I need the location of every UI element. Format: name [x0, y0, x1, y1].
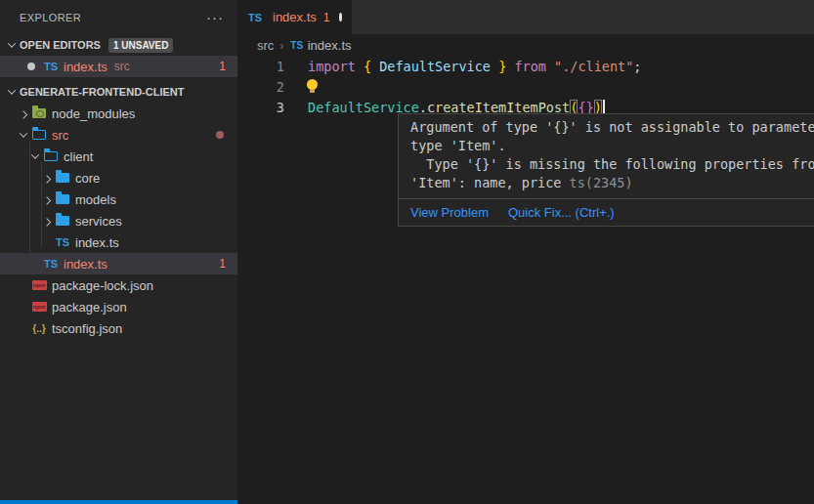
token-brace: { [364, 59, 371, 74]
error-dot-badge [216, 131, 224, 139]
modified-dot-icon[interactable] [27, 63, 35, 70]
tree-item-label: tsconfig.json [52, 321, 122, 336]
breadcrumb-file[interactable]: index.ts [308, 38, 352, 53]
tree-item-client-index-ts[interactable]: TS index.ts [0, 231, 237, 253]
tree-item-label: package.json [52, 300, 127, 315]
tree-item-label: index.ts [75, 235, 119, 250]
token-keyword: import [308, 59, 364, 74]
folder-open-icon [43, 148, 59, 164]
npm-icon: npm [31, 299, 47, 315]
tree-item-client[interactable]: client [0, 146, 237, 167]
workspace-name-label: GENERATE-FRONTEND-CLIENT [20, 86, 184, 98]
tree-item-label: core [75, 171, 100, 186]
typescript-icon: TS [55, 234, 70, 250]
open-editors-section-header[interactable]: OPEN EDITORS 1 UNSAVED [0, 34, 237, 56]
view-problem-link[interactable]: View Problem [410, 205, 489, 220]
hover-message-text: 'Item': name, price [410, 175, 570, 190]
chevron-right-icon[interactable] [16, 110, 31, 116]
tree-item-label: src [52, 128, 68, 143]
tree-item-models[interactable]: models [0, 189, 237, 210]
folder-open-icon [31, 127, 47, 143]
tab-bar: TS index.ts 1 [237, 0, 814, 34]
code-line-1[interactable]: import { DefaultService } from "./client… [308, 57, 641, 77]
hover-message-line: 'Item': name, price ts(2345) [410, 174, 814, 192]
tree-item-label: models [75, 192, 116, 207]
node-modules-folder-icon [31, 105, 47, 121]
chevron-down-icon[interactable] [4, 42, 20, 48]
tree-item-label: index.ts [64, 257, 107, 272]
tab-error-count: 1 [323, 11, 330, 24]
tree-item-package-json[interactable]: npm package.json [0, 296, 237, 317]
indent-guide [29, 141, 30, 270]
hover-actions: View Problem Quick Fix... (Ctrl+.) [399, 198, 814, 226]
editor-group: TS index.ts 1 src › TS index.ts 1 2 3 im… [237, 0, 814, 504]
chevron-down-icon[interactable] [4, 89, 20, 95]
ts-error-code: ts(2345) [570, 175, 633, 190]
npm-icon: npm [31, 277, 47, 293]
line-number: 3 [237, 98, 284, 118]
typescript-icon: TS [247, 10, 263, 25]
open-editor-item[interactable]: TS index.ts src 1 [0, 56, 237, 77]
hover-message: Argument of type '{}' is not assignable … [399, 114, 814, 198]
tree-item-services[interactable]: services [0, 210, 237, 231]
json-config-icon: {..} [31, 320, 47, 336]
tree-item-node-modules[interactable]: node_modules [0, 103, 237, 124]
tab-index-ts[interactable]: TS index.ts 1 [237, 0, 352, 34]
hover-message-line: type 'Item'. [410, 137, 814, 155]
line-number: 1 [237, 57, 284, 77]
typescript-icon: TS [290, 37, 304, 53]
tree-item-label: package-lock.json [52, 278, 153, 293]
tree-item-core[interactable]: core [0, 167, 237, 189]
folder-icon [55, 191, 70, 207]
open-editors-label: OPEN EDITORS [20, 39, 101, 51]
tree-item-package-lock-json[interactable]: npm package-lock.json [0, 274, 237, 296]
open-editor-file-name: index.ts [64, 60, 107, 74]
token-string: "./client" [554, 59, 633, 74]
error-count-badge: 1 [219, 60, 226, 73]
quick-fix-link[interactable]: Quick Fix... (Ctrl+.) [508, 205, 615, 220]
token-space [371, 59, 379, 74]
open-editor-folder-description: src [114, 60, 130, 73]
quick-fix-lightbulb-icon[interactable] [306, 79, 319, 95]
error-count-badge: 1 [219, 257, 226, 271]
chevron-down-icon[interactable] [16, 132, 31, 138]
unsaved-badge: 1 UNSAVED [108, 38, 174, 53]
tab-file-name: index.ts [273, 10, 317, 24]
status-bar[interactable] [0, 500, 237, 504]
tree-item-tsconfig-json[interactable]: {..} tsconfig.json [0, 317, 237, 339]
token-keyword: from [506, 59, 554, 74]
more-actions-icon[interactable]: ··· [206, 13, 224, 22]
folder-icon [55, 170, 70, 186]
token-space [491, 59, 498, 74]
error-hover-tooltip: Argument of type '{}' is not assignable … [398, 113, 814, 227]
explorer-sidebar: EXPLORER ··· OPEN EDITORS 1 UNSAVED TS i… [0, 0, 237, 504]
tree-item-label: node_modules [52, 106, 135, 121]
tree-item-src[interactable]: src [0, 124, 237, 146]
workspace-section-header[interactable]: GENERATE-FRONTEND-CLIENT [0, 81, 237, 103]
tree-item-label: client [64, 149, 93, 164]
tree-item-label: services [75, 214, 122, 229]
tree-item-src-index-ts[interactable]: TS index.ts 1 [0, 253, 237, 274]
breadcrumb-separator-icon: › [279, 38, 283, 53]
token-semicolon: ; [633, 59, 641, 74]
line-number: 2 [237, 77, 284, 98]
sidebar-title-bar: EXPLORER ··· [0, 0, 237, 34]
token-import-name: DefaultService [379, 59, 491, 74]
indent-guide [41, 162, 42, 248]
typescript-icon: TS [43, 256, 59, 272]
hover-message-line: Argument of type '{}' is not assignable … [410, 118, 814, 137]
hover-message-line: Type '{}' is missing the following prope… [410, 155, 814, 174]
breadcrumb-folder[interactable]: src [257, 38, 274, 53]
tab-modified-dot-icon[interactable] [339, 13, 343, 21]
explorer-title: EXPLORER [20, 12, 206, 23]
typescript-icon: TS [43, 59, 59, 74]
folder-icon [55, 213, 70, 229]
breadcrumb: src › TS index.ts [237, 34, 814, 56]
